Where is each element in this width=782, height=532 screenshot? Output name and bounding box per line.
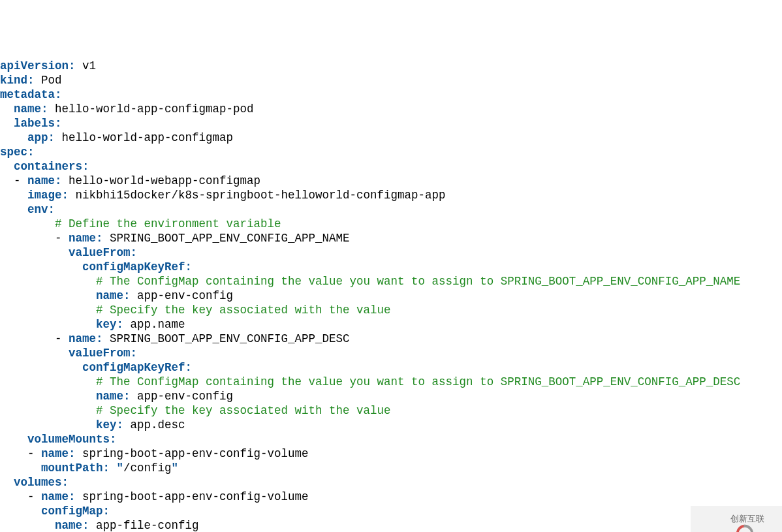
code-line: - name: spring-boot-app-env-config-volum… [0,490,782,504]
code-token: hello-world-app-configmap [55,131,233,144]
code-token: valueFrom: [69,246,137,259]
code-token: configMapKeyRef: [82,361,192,374]
code-line: configMapKeyRef: [0,360,782,375]
code-token: mountPath: [41,462,110,475]
code-token: name: [96,289,131,302]
code-line: valueFrom: [0,346,782,360]
watermark-text: 创新互联 [730,514,764,524]
code-token [0,404,96,417]
code-token: name: [27,174,62,187]
watermark: 创新互联 [691,506,782,532]
code-token: # The ConfigMap containing the value you… [96,275,740,288]
code-token [0,476,14,489]
code-line: volumeMounts: [0,432,782,446]
code-token [0,102,14,116]
code-token [0,318,96,331]
code-token: app-file-config [89,519,199,532]
code-line: containers: [0,159,782,174]
code-token: kind: [0,74,35,87]
code-token: configMapKeyRef: [82,260,192,274]
code-line: app: hello-world-app-configmap [0,131,782,145]
code-token: # The ConfigMap containing the value you… [96,375,740,388]
code-token: " [117,462,124,475]
code-token: # Specify the key associated with the va… [96,404,391,417]
code-token: spec: [0,146,35,159]
code-token [0,117,14,130]
code-token [0,361,82,374]
code-token: hello-world-app-configmap-pod [48,102,254,116]
code-token: name: [14,102,48,116]
code-token: key: [96,318,123,331]
code-token: spring-boot-app-env-config-volume [76,490,309,503]
code-token: hello-world-webapp-configmap [62,174,261,187]
code-token: app-env-config [131,390,234,403]
code-token [0,160,14,173]
code-token: metadata: [0,88,62,101]
code-token: name: [41,490,76,503]
code-token [0,304,96,317]
code-token: valueFrom: [69,347,137,360]
code-token: app.name [123,318,185,331]
code-token: volumeMounts: [27,433,117,446]
code-line: configMapKeyRef: [0,260,782,274]
code-token: name: [41,447,76,460]
code-token [0,433,27,446]
code-line: - name: spring-boot-app-env-config-volum… [0,446,782,461]
code-token [0,462,41,475]
code-token [110,462,117,475]
code-token: labels: [14,117,62,130]
code-token [0,131,27,144]
code-token [0,347,69,360]
code-token: - [0,332,69,345]
code-token: SPRING_BOOT_APP_ENV_CONFIG_APP_NAME [103,232,350,245]
code-line: metadata: [0,87,782,102]
code-token [0,289,96,302]
code-line: - name: SPRING_BOOT_APP_ENV_CONFIG_APP_D… [0,332,782,346]
code-token: - [0,447,41,460]
code-token: containers: [14,160,89,173]
code-token: app: [27,131,55,144]
code-line: image: nikbhi15docker/k8s-springboot-hel… [0,188,782,202]
code-line: mountPath: "/config" [0,461,782,475]
code-token: image: [27,189,69,202]
code-line: env: [0,202,782,217]
code-token: volumes: [14,476,69,489]
watermark-logo-icon [708,510,727,528]
code-token: /config [123,462,172,475]
code-token: SPRING_BOOT_APP_ENV_CONFIG_APP_DESC [103,332,350,345]
code-token: - [0,490,41,503]
code-token [0,217,55,230]
code-token: app.desc [123,418,185,431]
code-line: configMap: [0,504,782,518]
code-token: apiVersion: [0,59,76,72]
code-token [0,260,82,274]
code-line: # Specify the key associated with the va… [0,303,782,317]
code-token: - [0,174,27,187]
code-line: key: app.name [0,317,782,332]
code-token [0,275,96,288]
code-token: # Specify the key associated with the va… [96,304,391,317]
code-line: # Specify the key associated with the va… [0,403,782,418]
code-token: key: [96,418,123,431]
code-line: - name: hello-world-webapp-configmap [0,174,782,188]
code-line: valueFrom: [0,245,782,260]
code-line: # The ConfigMap containing the value you… [0,274,782,289]
code-token [0,505,41,518]
code-line: name: app-env-config [0,289,782,303]
code-token: v1 [76,59,97,72]
code-line: volumes: [0,475,782,490]
code-token: spring-boot-app-env-config-volume [76,447,309,460]
code-line: key: app.desc [0,418,782,432]
code-line: # The ConfigMap containing the value you… [0,375,782,389]
code-token: env: [27,203,55,216]
code-line: name: app-env-config [0,389,782,403]
code-token: configMap: [41,505,110,518]
code-line: apiVersion: v1 [0,59,782,73]
code-token: nikbhi15docker/k8s-springboot-helloworld… [69,189,446,202]
code-token: - [0,232,69,245]
code-line: - name: SPRING_BOOT_APP_ENV_CONFIG_APP_N… [0,231,782,245]
code-token [0,375,96,388]
yaml-code-block: apiVersion: v1kind: Podmetadata: name: h… [0,57,782,532]
code-line: # Define the environment variable [0,217,782,231]
code-token: name: [69,332,103,345]
